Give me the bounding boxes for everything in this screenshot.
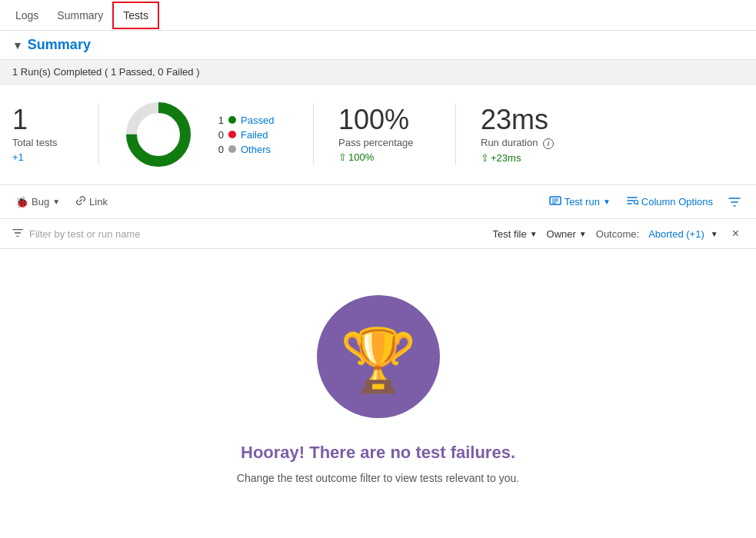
link-icon — [75, 195, 86, 208]
bug-chevron-icon: ▼ — [52, 198, 60, 206]
column-options-label: Column Options — [641, 196, 713, 208]
donut-svg — [124, 100, 193, 169]
outcome-value: Aborted (+1) — [648, 228, 704, 240]
link-button[interactable]: Link — [72, 192, 111, 211]
filter-funnel-icon — [12, 227, 23, 241]
tab-bar: Logs Summary Tests — [0, 0, 756, 31]
divider-1 — [98, 104, 99, 165]
total-tests-label: Total tests — [12, 137, 74, 148]
run-duration-delta: ⇧ +23ms — [481, 152, 573, 164]
filter-left: Filter by test or run name — [12, 227, 493, 241]
sub-text: Change the test outcome filter to view t… — [237, 472, 519, 484]
pass-percentage-number: 100% — [338, 106, 431, 134]
summary-title: Summary — [28, 37, 91, 53]
bug-icon: 🐞 — [15, 196, 28, 208]
filter-placeholder[interactable]: Filter by test or run name — [29, 228, 141, 240]
test-file-chevron: ▼ — [530, 230, 538, 238]
divider-3 — [455, 104, 456, 165]
test-file-label: Test file — [493, 228, 527, 240]
passed-dot — [228, 116, 236, 124]
run-info-text: 1 Run(s) Completed ( 1 Passed, 0 Failed … — [12, 66, 200, 78]
test-run-chevron-icon: ▼ — [603, 198, 611, 206]
failed-label: Failed — [241, 129, 268, 141]
run-info-bar: 1 Run(s) Completed ( 1 Passed, 0 Failed … — [0, 60, 756, 85]
others-dot — [228, 145, 236, 153]
toolbar: 🐞 Bug ▼ Link — [0, 185, 756, 219]
filter-right: Test file ▼ Owner ▼ Outcome: Aborted (+1… — [493, 225, 744, 242]
hooray-text: Hooray! There are no test failures. — [241, 443, 515, 463]
filter-icon-button[interactable] — [725, 193, 744, 211]
pass-up-arrow: ⇧ — [338, 151, 347, 163]
owner-chevron: ▼ — [579, 230, 587, 238]
collapse-chevron: ▼ — [12, 39, 23, 51]
pass-delta-value: 100% — [348, 151, 374, 163]
filter-bar: Filter by test or run name Test file ▼ O… — [0, 219, 756, 249]
summary-header[interactable]: ▼ Summary — [0, 31, 756, 60]
donut-chart — [124, 100, 193, 169]
total-tests-number: 1 — [12, 106, 74, 134]
owner-dropdown[interactable]: Owner ▼ — [547, 228, 587, 240]
outcome-chevron: ▼ — [711, 230, 718, 238]
stats-area: 1 Total tests +1 1 Passed 0 F — [0, 85, 756, 185]
column-options-icon — [626, 194, 638, 209]
others-count: 0 — [211, 144, 224, 155]
bug-label: Bug — [32, 196, 49, 208]
pass-percentage-delta: ⇧ 100% — [338, 151, 431, 163]
outcome-filter-dropdown[interactable]: Outcome: Aborted (+1) ▼ — [596, 228, 718, 240]
tab-summary[interactable]: Summary — [48, 3, 112, 28]
duration-delta-value: +23ms — [491, 152, 521, 164]
trophy-icon: 🏆 — [340, 330, 417, 391]
total-tests-block: 1 Total tests +1 — [12, 106, 74, 163]
test-run-button[interactable]: Test run ▼ — [546, 191, 614, 212]
duration-up-arrow: ⇧ — [481, 152, 489, 164]
pass-percentage-label: Pass percentage — [338, 137, 431, 148]
divider-2 — [313, 104, 314, 165]
trophy-illustration: 🏆 — [317, 295, 440, 418]
test-file-dropdown[interactable]: Test file ▼ — [493, 228, 538, 240]
link-label: Link — [89, 196, 108, 208]
run-duration-block: 23ms Run duration i ⇧ +23ms — [481, 106, 573, 164]
run-duration-label: Run duration i — [481, 137, 573, 149]
filter-close-button[interactable]: × — [728, 225, 744, 242]
empty-state: 🏆 Hooray! There are no test failures. Ch… — [0, 249, 756, 515]
legend-passed: 1 Passed — [211, 115, 288, 126]
owner-label: Owner — [547, 228, 576, 240]
toolbar-left: 🐞 Bug ▼ Link — [12, 192, 537, 211]
legend-failed: 0 Failed — [211, 129, 288, 141]
legend: 1 Passed 0 Failed 0 Others — [211, 115, 288, 155]
failed-count: 0 — [211, 129, 224, 141]
total-tests-delta: +1 — [12, 151, 74, 163]
summary-section: ▼ Summary 1 Run(s) Completed ( 1 Passed,… — [0, 31, 756, 249]
column-options-button[interactable]: Column Options — [623, 191, 716, 212]
info-icon[interactable]: i — [543, 138, 554, 149]
run-duration-number: 23ms — [481, 106, 573, 134]
failed-dot — [228, 131, 236, 138]
pass-percentage-block: 100% Pass percentage ⇧ 100% — [338, 106, 431, 163]
others-label: Others — [241, 144, 271, 155]
test-run-icon — [549, 194, 561, 209]
tab-logs[interactable]: Logs — [6, 3, 48, 28]
passed-count: 1 — [211, 115, 224, 126]
passed-label: Passed — [241, 115, 274, 126]
bug-button[interactable]: 🐞 Bug ▼ — [12, 193, 63, 211]
svg-line-7 — [637, 204, 638, 204]
toolbar-right: Test run ▼ Column Options — [546, 191, 744, 212]
tab-tests[interactable]: Tests — [112, 2, 159, 29]
legend-others: 0 Others — [211, 144, 288, 155]
test-run-label: Test run — [565, 196, 600, 208]
filter-icon — [728, 196, 741, 208]
outcome-prefix: Outcome: — [596, 228, 639, 240]
